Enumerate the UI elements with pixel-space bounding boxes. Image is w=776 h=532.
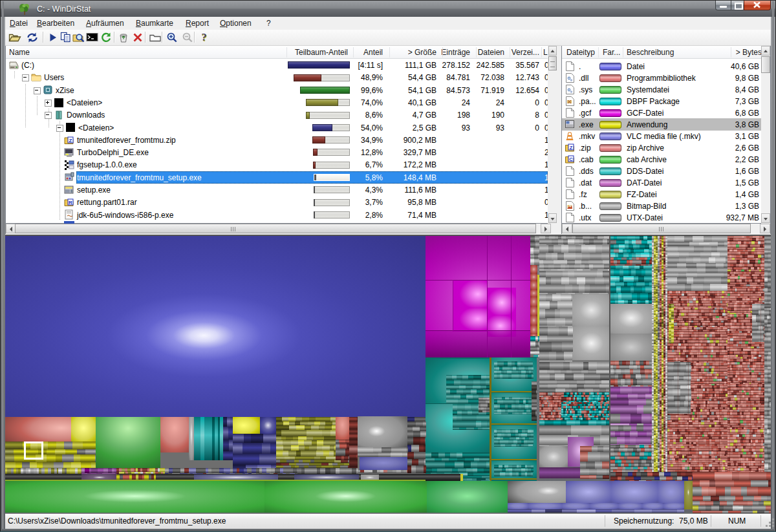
svg-text:Z: Z [570, 145, 573, 151]
svg-text:R: R [69, 200, 72, 206]
svg-text:Z: Z [69, 137, 72, 143]
svg-text:C: C [569, 156, 573, 162]
svg-text:?: ? [202, 32, 207, 43]
